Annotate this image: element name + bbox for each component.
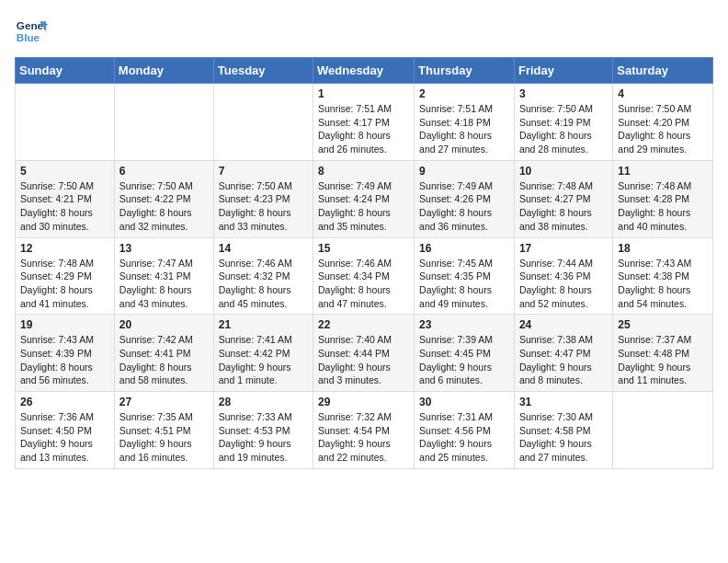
day-number: 19: [20, 318, 109, 331]
day-number: 21: [219, 318, 308, 331]
calendar-cell: 10Sunrise: 7:48 AM Sunset: 4:27 PM Dayli…: [514, 160, 612, 237]
calendar-cell: 7Sunrise: 7:50 AM Sunset: 4:23 PM Daylig…: [213, 160, 313, 237]
calendar-cell: 19Sunrise: 7:43 AM Sunset: 4:39 PM Dayli…: [16, 315, 115, 392]
calendar-cell: 21Sunrise: 7:41 AM Sunset: 4:42 PM Dayli…: [213, 315, 313, 392]
calendar-cell: 24Sunrise: 7:38 AM Sunset: 4:47 PM Dayli…: [514, 315, 612, 392]
day-number: 12: [20, 242, 109, 255]
calendar-cell: [114, 84, 213, 161]
day-number: 9: [419, 165, 509, 178]
calendar-cell: 26Sunrise: 7:36 AM Sunset: 4:50 PM Dayli…: [16, 392, 115, 469]
day-number: 26: [20, 396, 109, 408]
day-of-week-header: Wednesday: [313, 58, 415, 84]
day-number: 25: [618, 318, 708, 331]
calendar-cell: 9Sunrise: 7:49 AM Sunset: 4:26 PM Daylig…: [415, 160, 515, 237]
svg-text:Blue: Blue: [17, 31, 40, 43]
calendar-cell: 20Sunrise: 7:42 AM Sunset: 4:41 PM Dayli…: [114, 315, 213, 392]
day-number: 31: [519, 396, 608, 408]
calendar-cell: 23Sunrise: 7:39 AM Sunset: 4:45 PM Dayli…: [415, 315, 515, 392]
calendar-cell: 2Sunrise: 7:51 AM Sunset: 4:18 PM Daylig…: [415, 84, 515, 161]
calendar-table: SundayMondayTuesdayWednesdayThursdayFrid…: [15, 57, 713, 469]
day-number: 22: [318, 318, 409, 331]
day-number: 18: [618, 242, 708, 255]
calendar-cell: 29Sunrise: 7:32 AM Sunset: 4:54 PM Dayli…: [313, 392, 415, 469]
calendar-cell: 15Sunrise: 7:46 AM Sunset: 4:34 PM Dayli…: [313, 237, 415, 315]
calendar-cell: 31Sunrise: 7:30 AM Sunset: 4:58 PM Dayli…: [514, 392, 612, 469]
day-info: Sunrise: 7:33 AM Sunset: 4:53 PM Dayligh…: [219, 410, 308, 465]
calendar-cell: [613, 392, 713, 469]
day-info: Sunrise: 7:48 AM Sunset: 4:28 PM Dayligh…: [618, 179, 708, 234]
day-number: 29: [318, 396, 409, 408]
calendar-cell: [213, 84, 313, 161]
day-info: Sunrise: 7:39 AM Sunset: 4:45 PM Dayligh…: [419, 333, 509, 387]
calendar-cell: 16Sunrise: 7:45 AM Sunset: 4:35 PM Dayli…: [415, 237, 515, 315]
day-info: Sunrise: 7:47 AM Sunset: 4:31 PM Dayligh…: [119, 257, 209, 311]
calendar-header-row: SundayMondayTuesdayWednesdayThursdayFrid…: [16, 58, 713, 84]
logo: General Blue: [15, 15, 48, 48]
calendar-cell: 17Sunrise: 7:44 AM Sunset: 4:36 PM Dayli…: [514, 237, 612, 315]
day-number: 10: [519, 165, 608, 178]
calendar-cell: 14Sunrise: 7:46 AM Sunset: 4:32 PM Dayli…: [213, 237, 313, 315]
calendar-cell: 6Sunrise: 7:50 AM Sunset: 4:22 PM Daylig…: [114, 160, 213, 237]
calendar-cell: [16, 84, 115, 161]
day-info: Sunrise: 7:46 AM Sunset: 4:34 PM Dayligh…: [318, 257, 409, 311]
day-info: Sunrise: 7:31 AM Sunset: 4:56 PM Dayligh…: [419, 410, 509, 465]
page-header: General Blue: [15, 15, 713, 48]
day-of-week-header: Tuesday: [213, 58, 313, 84]
day-info: Sunrise: 7:48 AM Sunset: 4:27 PM Dayligh…: [519, 179, 608, 234]
day-info: Sunrise: 7:36 AM Sunset: 4:50 PM Dayligh…: [20, 410, 109, 465]
calendar-cell: 8Sunrise: 7:49 AM Sunset: 4:24 PM Daylig…: [313, 160, 415, 237]
day-of-week-header: Thursday: [415, 58, 515, 84]
day-number: 16: [419, 242, 509, 255]
calendar-cell: 13Sunrise: 7:47 AM Sunset: 4:31 PM Dayli…: [114, 237, 213, 315]
day-info: Sunrise: 7:51 AM Sunset: 4:17 PM Dayligh…: [318, 102, 409, 156]
day-number: 15: [318, 242, 409, 255]
calendar-week-row: 26Sunrise: 7:36 AM Sunset: 4:50 PM Dayli…: [16, 392, 713, 469]
day-number: 2: [419, 87, 509, 100]
calendar-week-row: 12Sunrise: 7:48 AM Sunset: 4:29 PM Dayli…: [16, 237, 713, 315]
day-info: Sunrise: 7:35 AM Sunset: 4:51 PM Dayligh…: [119, 410, 209, 465]
day-info: Sunrise: 7:50 AM Sunset: 4:21 PM Dayligh…: [20, 179, 109, 234]
day-info: Sunrise: 7:50 AM Sunset: 4:23 PM Dayligh…: [219, 179, 308, 234]
calendar-cell: 30Sunrise: 7:31 AM Sunset: 4:56 PM Dayli…: [415, 392, 515, 469]
calendar-cell: 28Sunrise: 7:33 AM Sunset: 4:53 PM Dayli…: [213, 392, 313, 469]
day-info: Sunrise: 7:38 AM Sunset: 4:47 PM Dayligh…: [519, 333, 608, 387]
day-number: 17: [519, 242, 608, 255]
day-info: Sunrise: 7:50 AM Sunset: 4:22 PM Dayligh…: [119, 179, 209, 234]
calendar-cell: 3Sunrise: 7:50 AM Sunset: 4:19 PM Daylig…: [514, 84, 612, 161]
day-info: Sunrise: 7:50 AM Sunset: 4:20 PM Dayligh…: [618, 102, 708, 156]
calendar-cell: 1Sunrise: 7:51 AM Sunset: 4:17 PM Daylig…: [313, 84, 415, 161]
calendar-week-row: 19Sunrise: 7:43 AM Sunset: 4:39 PM Dayli…: [16, 315, 713, 392]
day-info: Sunrise: 7:49 AM Sunset: 4:24 PM Dayligh…: [318, 179, 409, 234]
calendar-cell: 11Sunrise: 7:48 AM Sunset: 4:28 PM Dayli…: [613, 160, 713, 237]
day-info: Sunrise: 7:51 AM Sunset: 4:18 PM Dayligh…: [419, 102, 509, 156]
day-number: 3: [519, 87, 608, 100]
day-info: Sunrise: 7:46 AM Sunset: 4:32 PM Dayligh…: [219, 257, 308, 311]
day-of-week-header: Friday: [514, 58, 612, 84]
calendar-cell: 22Sunrise: 7:40 AM Sunset: 4:44 PM Dayli…: [313, 315, 415, 392]
day-of-week-header: Sunday: [16, 58, 115, 84]
logo-icon: General Blue: [15, 15, 48, 48]
day-number: 24: [519, 318, 608, 331]
calendar-week-row: 5Sunrise: 7:50 AM Sunset: 4:21 PM Daylig…: [16, 160, 713, 237]
calendar-cell: 18Sunrise: 7:43 AM Sunset: 4:38 PM Dayli…: [613, 237, 713, 315]
calendar-cell: 25Sunrise: 7:37 AM Sunset: 4:48 PM Dayli…: [613, 315, 713, 392]
calendar-cell: 12Sunrise: 7:48 AM Sunset: 4:29 PM Dayli…: [16, 237, 115, 315]
day-info: Sunrise: 7:50 AM Sunset: 4:19 PM Dayligh…: [519, 102, 608, 156]
day-info: Sunrise: 7:49 AM Sunset: 4:26 PM Dayligh…: [419, 179, 509, 234]
day-info: Sunrise: 7:30 AM Sunset: 4:58 PM Dayligh…: [519, 410, 608, 465]
day-info: Sunrise: 7:40 AM Sunset: 4:44 PM Dayligh…: [318, 333, 409, 387]
day-info: Sunrise: 7:37 AM Sunset: 4:48 PM Dayligh…: [618, 333, 708, 387]
day-info: Sunrise: 7:32 AM Sunset: 4:54 PM Dayligh…: [318, 410, 409, 465]
day-of-week-header: Monday: [114, 58, 213, 84]
day-number: 1: [318, 87, 409, 100]
day-number: 8: [318, 165, 409, 178]
day-number: 23: [419, 318, 509, 331]
day-number: 28: [219, 396, 308, 408]
day-info: Sunrise: 7:48 AM Sunset: 4:29 PM Dayligh…: [20, 257, 109, 311]
calendar-cell: 4Sunrise: 7:50 AM Sunset: 4:20 PM Daylig…: [613, 84, 713, 161]
day-info: Sunrise: 7:43 AM Sunset: 4:38 PM Dayligh…: [618, 257, 708, 311]
day-info: Sunrise: 7:42 AM Sunset: 4:41 PM Dayligh…: [119, 333, 209, 387]
calendar-cell: 27Sunrise: 7:35 AM Sunset: 4:51 PM Dayli…: [114, 392, 213, 469]
day-number: 14: [219, 242, 308, 255]
day-number: 6: [119, 165, 209, 178]
